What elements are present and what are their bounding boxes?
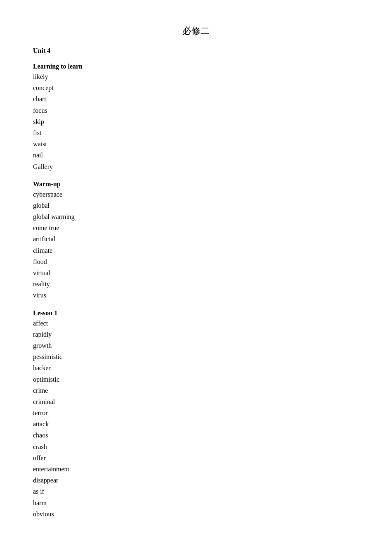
- list-item: harm: [33, 497, 359, 508]
- list-item: attack: [33, 418, 359, 430]
- list-item: disappear: [33, 475, 359, 486]
- list-item: pessimistic: [33, 351, 359, 362]
- list-item: optimistic: [33, 374, 359, 385]
- list-item: growth: [33, 340, 359, 351]
- section-subheading-unit4: Learning to learn: [33, 63, 359, 70]
- list-item: hacker: [33, 362, 359, 373]
- page-title: 必修二: [33, 25, 359, 37]
- list-item: global: [33, 200, 359, 211]
- list-item: fist: [33, 127, 359, 138]
- list-item: virtual: [33, 267, 359, 278]
- list-item: obvious: [33, 508, 359, 520]
- section-unit4: Unit 4Learning to learnlikelyconceptchar…: [33, 47, 359, 172]
- list-item: criminal: [33, 396, 359, 407]
- list-item: cyberspace: [33, 189, 359, 200]
- word-list-warmup: cyberspaceglobalglobal warmingcome truea…: [33, 189, 359, 301]
- list-item: Gallery: [33, 161, 359, 172]
- list-item: artificial: [33, 233, 359, 245]
- list-item: climate: [33, 245, 359, 256]
- section-heading-warmup: Warm-up: [33, 181, 359, 188]
- list-item: reality: [33, 278, 359, 290]
- list-item: affect: [33, 318, 359, 329]
- section-heading-unit4: Unit 4: [33, 47, 359, 55]
- list-item: concept: [33, 82, 359, 93]
- list-item: come true: [33, 222, 359, 233]
- word-list-unit4: likelyconceptchartfocusskipfistwaistnail…: [33, 71, 359, 172]
- list-item: as if: [33, 486, 359, 497]
- section-heading-lesson1: Lesson 1: [33, 309, 359, 317]
- list-item: rapidly: [33, 329, 359, 340]
- list-item: offer: [33, 452, 359, 463]
- list-item: entertainment: [33, 463, 359, 475]
- list-item: flood: [33, 256, 359, 267]
- list-item: chaos: [33, 430, 359, 441]
- list-item: global warming: [33, 211, 359, 222]
- word-list-lesson1: affectrapidlygrowthpessimistichackeropti…: [33, 318, 359, 520]
- section-warmup: Warm-upcyberspaceglobalglobal warmingcom…: [33, 181, 359, 301]
- list-item: likely: [33, 71, 359, 82]
- list-item: crime: [33, 385, 359, 396]
- section-lesson1: Lesson 1affectrapidlygrowthpessimisticha…: [33, 309, 359, 520]
- list-item: virus: [33, 290, 359, 301]
- list-item: nail: [33, 150, 359, 161]
- list-item: waist: [33, 138, 359, 150]
- list-item: chart: [33, 93, 359, 105]
- list-item: focus: [33, 105, 359, 116]
- list-item: terror: [33, 407, 359, 418]
- list-item: crash: [33, 441, 359, 452]
- list-item: skip: [33, 116, 359, 127]
